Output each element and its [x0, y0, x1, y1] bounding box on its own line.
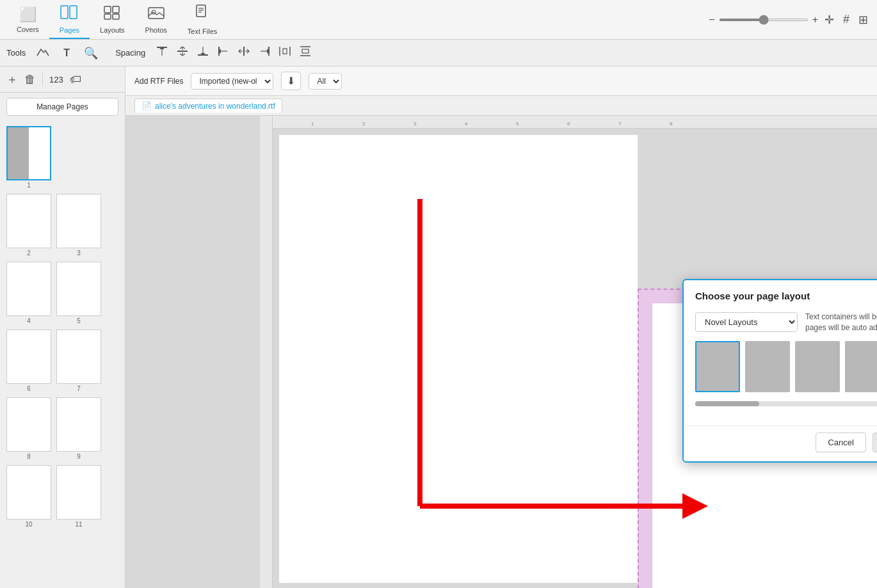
page-thumb-4[interactable]: [6, 262, 51, 316]
layout-thumb-1[interactable]: [695, 341, 740, 392]
zoom-controls: − + ✛ # ⊞: [709, 13, 871, 27]
layouts-grid: [695, 341, 877, 392]
mountain-tool-button[interactable]: [33, 45, 52, 61]
upload-file-button[interactable]: ⬇: [281, 72, 301, 90]
page-thumb-8[interactable]: [6, 397, 51, 452]
text-tool-button[interactable]: T: [60, 46, 73, 60]
spacing-right-button[interactable]: [255, 45, 273, 61]
layout-thumb-4[interactable]: [845, 341, 877, 392]
modal-description: Text containers will be created and page…: [805, 312, 877, 333]
svg-rect-31: [302, 49, 309, 53]
page-num-1: 1: [27, 182, 31, 189]
svg-rect-1: [70, 6, 77, 19]
page-thumb-1[interactable]: [6, 126, 51, 180]
page-thumb-2[interactable]: [6, 194, 51, 248]
second-toolbar: Tools T 🔍 Spacing: [0, 40, 877, 67]
spacing-label: Spacing: [115, 48, 145, 58]
spacing-top-button[interactable]: [153, 45, 171, 61]
top-toolbar: ⬜ Covers Pages Layouts Photos Text Files…: [0, 0, 877, 40]
modal-footer: Cancel Apply Layout: [684, 425, 877, 461]
thumb-wrapper-4: 4: [6, 262, 51, 324]
ruler-tick-8: 8: [670, 121, 672, 127]
all-dropdown[interactable]: All: [309, 73, 342, 90]
ruler-horizontal: 0in 1 2 3 4 5 6 7 8: [260, 116, 877, 129]
layouts-scrollbar-track[interactable]: [695, 401, 877, 406]
page-thumb-7[interactable]: [56, 330, 101, 384]
grid-button[interactable]: #: [841, 13, 852, 26]
pages-label: Pages: [60, 26, 79, 34]
spacing-center-h-button[interactable]: [235, 45, 253, 61]
svg-rect-21: [243, 47, 245, 56]
page-thumb-9[interactable]: [56, 397, 101, 452]
ruler-tick-7: 7: [618, 121, 621, 127]
modal-dialog: Choose your page layout Novel Layouts Te…: [682, 279, 877, 463]
svg-rect-6: [149, 8, 164, 19]
ruler-tick-5: 5: [516, 121, 519, 127]
modal-title: Choose your page layout: [684, 280, 877, 306]
layouts-label: Layouts: [100, 26, 125, 34]
page-thumb-11[interactable]: [56, 465, 101, 520]
layouts-tab[interactable]: Layouts: [90, 2, 135, 38]
file-tab[interactable]: 📄 alice's adventures in wonderland.rtf: [134, 99, 282, 113]
fit-page-button[interactable]: ✛: [822, 13, 837, 27]
file-icon: 📄: [141, 101, 152, 111]
pages-tab[interactable]: Pages: [49, 1, 90, 39]
ruler-vertical: [260, 116, 273, 588]
zoom-in-button[interactable]: +: [812, 14, 818, 26]
photos-tab[interactable]: Photos: [135, 2, 177, 38]
photos-icon: [148, 6, 165, 24]
tag-button[interactable]: 🏷: [70, 73, 81, 86]
page-num-8: 8: [27, 453, 31, 460]
add-page-button[interactable]: ＋: [6, 72, 18, 87]
layout-thumb-3[interactable]: [795, 341, 840, 392]
imported-dropdown[interactable]: Imported (new-ol: [191, 73, 273, 90]
apply-layout-button[interactable]: Apply Layout: [873, 433, 877, 452]
layout-type-dropdown[interactable]: Novel Layouts: [695, 312, 798, 332]
pages-icon: [60, 4, 78, 24]
page-thumb-3[interactable]: [56, 194, 101, 248]
svg-rect-4: [104, 14, 111, 19]
zoom-slider[interactable]: [719, 19, 809, 21]
page-thumb-6[interactable]: [6, 330, 51, 384]
thumb-wrapper-1: 1: [6, 126, 51, 189]
ruler-tick-2: 2: [362, 121, 365, 127]
fullscreen-button[interactable]: ⊞: [856, 13, 871, 27]
ruler-tick-4: 4: [465, 121, 467, 127]
svg-rect-28: [283, 49, 287, 54]
modal-body: Novel Layouts Text containers will be cr…: [684, 306, 877, 425]
page-thumbnails-list: 1 2 3 4: [0, 121, 125, 533]
ruler-tick-1: 1: [311, 121, 314, 127]
spacing-bottom-button[interactable]: [194, 45, 212, 61]
spacing-center-v-button[interactable]: [173, 45, 191, 61]
thumb-wrapper-9: 9: [56, 397, 101, 460]
modal-dropdown-row: Novel Layouts Text containers will be cr…: [695, 312, 877, 333]
thumb-wrapper-3: 3: [56, 194, 101, 257]
thumb-row-4-5: 4 5: [6, 262, 118, 324]
page-thumb-5[interactable]: [56, 262, 101, 316]
layouts-icon: [104, 6, 120, 24]
layout-thumb-2[interactable]: [745, 341, 790, 392]
page-thumb-10[interactable]: [6, 465, 51, 520]
page-num-4: 4: [27, 317, 31, 324]
svg-rect-8: [197, 5, 205, 17]
delete-page-button[interactable]: 🗑: [24, 73, 36, 86]
right-panel: Add RTF Files Imported (new-ol ⬇ All 📄 a…: [125, 67, 877, 588]
zoom-out-button[interactable]: −: [709, 14, 714, 26]
covers-tab[interactable]: ⬜ Covers: [6, 3, 49, 37]
svg-rect-2: [104, 6, 111, 13]
spacing-vert-distribute-button[interactable]: [296, 45, 314, 61]
sidebar-top-bar: ＋ 🗑 123 🏷: [0, 67, 125, 93]
search-tool-button[interactable]: 🔍: [81, 45, 101, 61]
spacing-left-button[interactable]: [214, 45, 232, 61]
text-files-tab[interactable]: Text Files: [177, 1, 227, 39]
thumb-wrapper-5: 5: [56, 262, 101, 324]
thumb-wrapper-2: 2: [6, 194, 51, 257]
spacing-horiz-distribute-button[interactable]: [276, 45, 294, 61]
manage-pages-button[interactable]: Manage Pages: [6, 98, 118, 116]
spacing-icons-group: [153, 45, 314, 61]
photos-label: Photos: [145, 26, 167, 34]
cancel-button[interactable]: Cancel: [816, 433, 865, 452]
page-number-button[interactable]: 123: [49, 75, 63, 84]
thumb-row-2-3: 2 3: [6, 194, 118, 257]
page-num-3: 3: [77, 250, 81, 257]
